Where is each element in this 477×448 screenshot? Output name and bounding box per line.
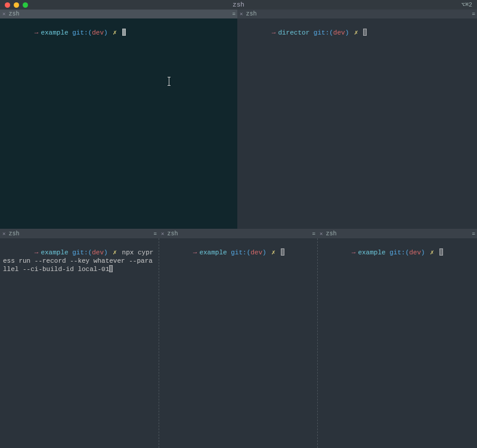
close-tab-icon[interactable]: ✕	[2, 231, 5, 237]
pane-bottom-right[interactable]: ✕ zsh ≡ →example git:(dev) ✗	[317, 229, 477, 448]
prompt-dir: example	[199, 249, 227, 256]
prompt-git-branch: dev	[92, 249, 104, 256]
tab-label: zsh	[8, 231, 19, 237]
prompt-git-label: git:(	[72, 29, 92, 36]
prompt-git-close: )	[104, 249, 108, 256]
pane-tab[interactable]: ✕ zsh	[2, 231, 19, 237]
prompt-dir: example	[41, 29, 68, 36]
prompt-dirty-icon: ✗	[271, 249, 275, 256]
cursor-icon	[122, 29, 126, 36]
window-title: zsh	[0, 1, 477, 8]
close-tab-icon[interactable]: ✕	[320, 231, 323, 237]
window-controls	[5, 2, 28, 8]
pane-tabbar: ✕ zsh ≡	[159, 229, 317, 238]
cursor-icon	[109, 265, 113, 272]
pane-menu-icon[interactable]: ≡	[312, 231, 315, 237]
prompt-arrow-icon: →	[35, 249, 39, 256]
pane-tab[interactable]: ✕ zsh	[161, 231, 178, 237]
pane-tabbar: ✕ zsh ≡	[237, 10, 477, 18]
prompt-git-branch: dev	[250, 249, 262, 256]
prompt-git-close: )	[104, 29, 108, 36]
prompt-git-branch: dev	[92, 29, 104, 36]
close-tab-icon[interactable]: ✕	[2, 11, 5, 17]
prompt-dirty-icon: ✗	[354, 29, 358, 36]
pane-menu-icon[interactable]: ≡	[472, 231, 475, 237]
terminal-body[interactable]: →example git:(dev) ✗	[317, 238, 477, 448]
pane-tab[interactable]: ✕ zsh	[240, 11, 256, 17]
prompt-dir: director	[278, 29, 309, 36]
text-caret-icon	[169, 77, 169, 85]
pane-menu-icon[interactable]: ≡	[472, 11, 475, 17]
prompt-git-close: )	[262, 249, 267, 256]
prompt-dirty-icon: ✗	[430, 249, 434, 256]
prompt-arrow-icon: →	[35, 29, 39, 36]
minimize-window-icon[interactable]	[14, 2, 19, 8]
prompt-git-label: git:(	[231, 249, 250, 256]
terminal-body[interactable]: →example git:(dev) ✗	[0, 18, 237, 229]
prompt-git-label: git:(	[72, 249, 92, 256]
prompt-git-close: )	[345, 29, 349, 36]
window-status-right: ⌥⌘2	[461, 1, 472, 8]
prompt-dir: example	[41, 249, 68, 256]
cursor-icon	[439, 248, 443, 256]
prompt-git-close: )	[421, 249, 425, 256]
close-window-icon[interactable]	[5, 2, 10, 8]
terminal-body[interactable]: →example git:(dev) ✗	[159, 238, 317, 448]
prompt-git-label: git:(	[314, 29, 333, 36]
prompt-arrow-icon: →	[193, 249, 197, 256]
pane-tabbar: ✕ zsh ≡	[317, 229, 477, 238]
cursor-icon	[363, 29, 367, 36]
pane-bottom-left[interactable]: ✕ zsh ≡ →example git:(dev) ✗ npx cypress…	[0, 229, 159, 448]
close-tab-icon[interactable]: ✕	[240, 11, 243, 17]
zoom-window-icon[interactable]	[23, 2, 28, 8]
cursor-icon	[281, 248, 284, 256]
pane-row-top: ✕ zsh ≡ →example git:(dev) ✗ ✕ zsh ≡ →di…	[0, 10, 477, 229]
pane-top-left[interactable]: ✕ zsh ≡ →example git:(dev) ✗	[0, 10, 237, 229]
pane-tabbar: ✕ zsh ≡	[0, 10, 237, 18]
prompt-arrow-icon: →	[272, 29, 276, 36]
pane-tabbar: ✕ zsh ≡	[0, 229, 159, 238]
window-titlebar: zsh ⌥⌘2	[0, 0, 477, 10]
terminal-body[interactable]: →example git:(dev) ✗ npx cypress run --r…	[0, 238, 159, 448]
tab-label: zsh	[8, 11, 19, 17]
pane-bottom-middle[interactable]: ✕ zsh ≡ →example git:(dev) ✗	[159, 229, 317, 448]
pane-tab[interactable]: ✕ zsh	[2, 11, 19, 17]
prompt-git-branch: dev	[409, 249, 421, 256]
terminal-body[interactable]: →director git:(dev) ✗	[237, 18, 477, 229]
prompt-dirty-icon: ✗	[113, 249, 117, 256]
prompt-git-label: git:(	[389, 249, 409, 256]
prompt-arrow-icon: →	[352, 249, 356, 256]
pane-row-bottom: ✕ zsh ≡ →example git:(dev) ✗ npx cypress…	[0, 229, 477, 448]
prompt-dir: example	[358, 249, 385, 256]
tab-label: zsh	[167, 231, 178, 237]
pane-menu-icon[interactable]: ≡	[154, 231, 156, 237]
pane-menu-icon[interactable]: ≡	[233, 11, 235, 17]
tab-label: zsh	[246, 11, 256, 17]
prompt-git-branch: dev	[333, 29, 345, 36]
prompt-dirty-icon: ✗	[113, 29, 117, 36]
pane-top-right[interactable]: ✕ zsh ≡ →director git:(dev) ✗	[237, 10, 477, 229]
pane-tab[interactable]: ✕ zsh	[320, 231, 336, 237]
pane-grid: ✕ zsh ≡ →example git:(dev) ✗ ✕ zsh ≡ →di…	[0, 10, 477, 448]
close-tab-icon[interactable]: ✕	[161, 231, 164, 237]
tab-label: zsh	[326, 231, 336, 237]
